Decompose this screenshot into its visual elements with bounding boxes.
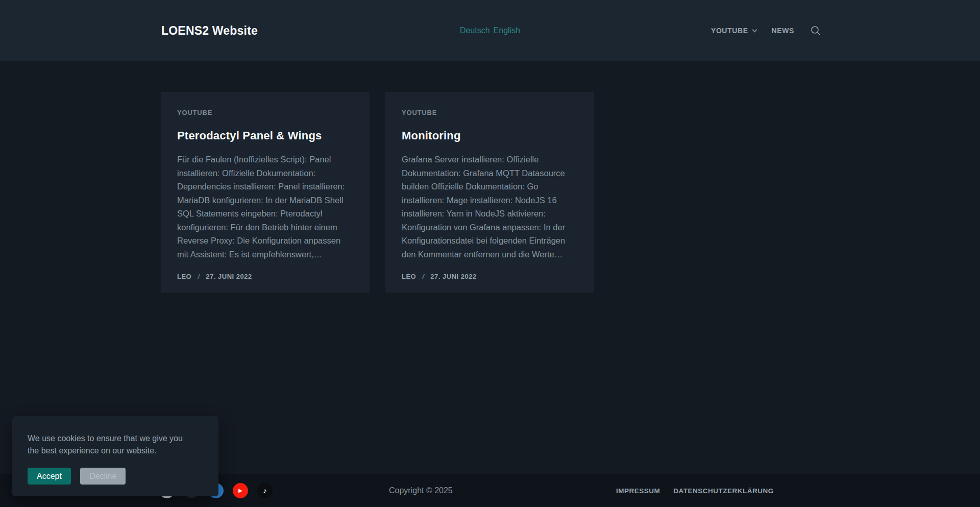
search-icon (810, 25, 822, 37)
post-date: 27. JUNI 2022 (430, 273, 476, 280)
post-card: YOUTUBE Pterodactyl Panel & Wings Für di… (161, 92, 370, 293)
nav-item-news[interactable]: NEWS (772, 27, 794, 35)
post-category-link[interactable]: YOUTUBE (402, 109, 437, 116)
post-date: 27. JUNI 2022 (206, 273, 252, 280)
post-meta: LEO / 27. JUNI 2022 (402, 273, 477, 280)
site-header: LOENS2 Website Deutsch English YOUTUBE N… (0, 0, 980, 61)
site-title[interactable]: LOENS2 Website (161, 24, 258, 38)
post-card: YOUTUBE Monitoring Grafana Server instal… (385, 92, 594, 293)
post-excerpt: Grafana Server installieren: Offizielle … (402, 153, 578, 261)
tiktok-icon[interactable]: ♪ (257, 483, 273, 498)
lang-link-deutsch[interactable]: Deutsch (460, 26, 490, 35)
footer-link-datenschutz[interactable]: DATENSCHUTZERKLÄRUNG (673, 487, 774, 494)
meta-separator: / (422, 273, 424, 280)
nav-item-news-label: NEWS (772, 27, 794, 35)
main-nav: YOUTUBE NEWS (711, 0, 822, 61)
cookie-message: We use cookies to ensure that we give yo… (28, 432, 196, 457)
post-author-link[interactable]: LEO (402, 273, 416, 280)
post-title[interactable]: Monitoring (402, 129, 578, 142)
tiktok-note-glyph: ♪ (263, 487, 267, 494)
search-button[interactable] (810, 25, 822, 37)
cookie-buttons: Accept Decline (28, 468, 203, 485)
lang-link-english[interactable]: English (494, 26, 520, 35)
footer-link-impressum[interactable]: IMPRESSUM (616, 487, 660, 494)
youtube-icon[interactable]: ▶ (233, 483, 248, 498)
language-switcher: Deutsch English (460, 26, 520, 35)
cookie-consent-banner: We use cookies to ensure that we give yo… (12, 416, 218, 496)
footer-nav: IMPRESSUM DATENSCHUTZERKLÄRUNG (616, 487, 774, 494)
post-title[interactable]: Pterodactyl Panel & Wings (177, 129, 353, 142)
post-category-link[interactable]: YOUTUBE (177, 109, 212, 116)
post-meta: LEO / 27. JUNI 2022 (177, 273, 252, 280)
post-author-link[interactable]: LEO (177, 273, 191, 280)
decline-cookies-button[interactable]: Decline (80, 468, 126, 485)
accept-cookies-button[interactable]: Accept (28, 468, 71, 485)
nav-item-youtube-label: YOUTUBE (711, 27, 748, 35)
nav-item-youtube[interactable]: YOUTUBE (711, 27, 756, 35)
post-excerpt: Für die Faulen (Inoffizielles Script): P… (177, 153, 353, 261)
chevron-down-icon (752, 27, 757, 32)
youtube-play-glyph: ▶ (238, 488, 242, 493)
copyright-text: Copyright © 2025 (389, 486, 453, 495)
meta-separator: / (198, 273, 200, 280)
post-grid: YOUTUBE Pterodactyl Panel & Wings Für di… (161, 92, 594, 293)
